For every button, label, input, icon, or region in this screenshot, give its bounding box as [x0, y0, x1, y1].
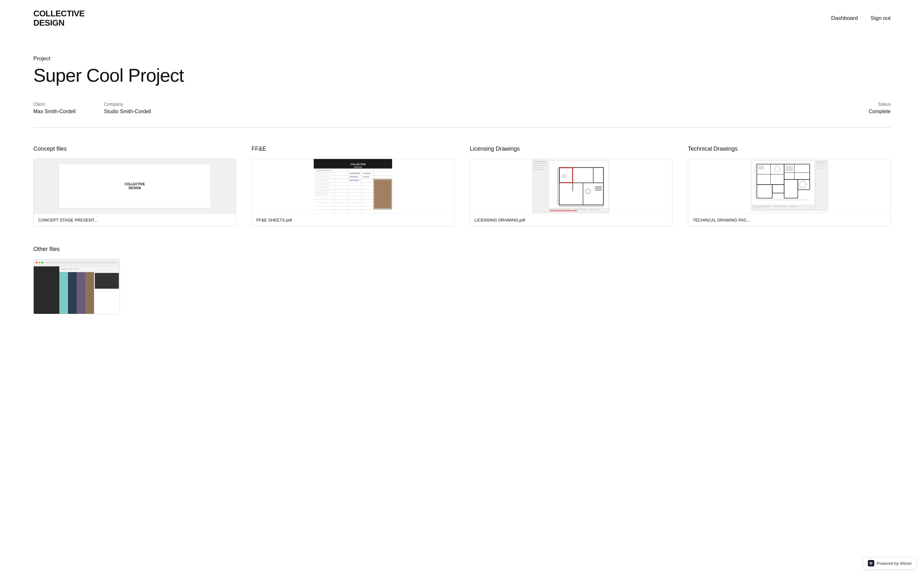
dot-red	[36, 261, 37, 263]
logo: COLLECTIVE DESIGN	[33, 9, 85, 27]
svg-rect-53	[595, 186, 602, 187]
technical-file-name: TECHINCAL DRAWING PAC...	[688, 213, 890, 226]
svg-rect-55	[595, 190, 602, 191]
svg-text:COLLECTIVE: COLLECTIVE	[351, 163, 365, 166]
ffe-title: FF&E	[252, 145, 454, 152]
concept-files-title: Concept files	[33, 145, 236, 152]
meta-row: Client Max Smith-Cordell Company Studio …	[33, 102, 891, 114]
ffe-section: FF&E COLLECTIVE DESIGN	[252, 145, 454, 227]
licensing-thumbnail	[470, 159, 672, 213]
main-content: Project Super Cool Project Client Max Sm…	[0, 36, 924, 340]
other-body	[34, 266, 120, 314]
other-files-title: Other files	[33, 246, 891, 253]
svg-rect-21	[375, 180, 391, 208]
client-value: Max Smith-Cordell	[33, 109, 104, 114]
project-title: Super Cool Project	[33, 65, 891, 85]
svg-rect-66	[816, 165, 825, 166]
svg-rect-40	[533, 167, 543, 168]
technical-thumbnail	[688, 159, 890, 213]
svg-rect-30	[349, 173, 360, 174]
concept-files-section: Concept files COLLECTIVEDESIGN CONCEPT S…	[33, 145, 236, 227]
svg-rect-26	[315, 183, 330, 184]
dot-green	[41, 261, 43, 263]
svg-rect-67	[816, 167, 824, 167]
svg-rect-57	[549, 209, 570, 210]
other-sidebar	[34, 266, 59, 314]
company-label: Company	[104, 102, 174, 107]
file-sections: Concept files COLLECTIVEDESIGN CONCEPT S…	[33, 145, 891, 227]
meta-client: Client Max Smith-Cordell	[33, 102, 104, 114]
svg-rect-73	[753, 207, 766, 208]
concept-file-card[interactable]: COLLECTIVEDESIGN CONCEPT STAGE PRESENT..…	[33, 159, 236, 227]
technical-title: Technical Drawings	[688, 145, 891, 152]
svg-rect-17	[348, 169, 348, 213]
signout-link[interactable]: Sign out	[871, 15, 891, 21]
concept-file-name: CONCEPT STAGE PRESENT...	[34, 213, 236, 226]
svg-rect-65	[816, 163, 825, 164]
dot-yellow	[39, 261, 40, 263]
concept-thumbnail: COLLECTIVEDESIGN	[34, 159, 236, 213]
divider	[33, 127, 891, 127]
technical-section: Technical Drawings	[688, 145, 891, 227]
other-content	[59, 266, 120, 314]
ffe-file-card[interactable]: COLLECTIVE DESIGN	[252, 159, 454, 227]
svg-rect-70	[753, 206, 770, 207]
status-value: Complete	[820, 109, 891, 114]
svg-rect-25	[315, 180, 327, 181]
svg-rect-34	[363, 176, 369, 177]
other-files-section: Other files	[33, 246, 891, 314]
other-topbar	[34, 259, 120, 266]
svg-rect-39	[533, 165, 546, 166]
meta-status: Status Complete	[820, 102, 891, 114]
header: COLLECTIVE DESIGN Dashboard Sign out	[0, 0, 924, 36]
svg-rect-68	[816, 169, 825, 169]
svg-rect-87	[786, 166, 792, 171]
svg-rect-18	[362, 169, 362, 213]
svg-rect-29	[315, 193, 328, 195]
company-value: Studio Smith-Cordell	[104, 109, 174, 114]
svg-rect-5	[314, 175, 392, 176]
svg-rect-38	[533, 163, 545, 164]
svg-rect-64	[816, 161, 826, 162]
other-file-card[interactable]	[33, 259, 120, 314]
svg-rect-71	[774, 206, 786, 207]
client-label: Client	[33, 102, 104, 107]
svg-text:DESIGN: DESIGN	[354, 166, 362, 168]
svg-rect-37	[533, 161, 546, 162]
svg-rect-59	[589, 209, 599, 210]
other-inner	[34, 259, 120, 314]
svg-rect-32	[349, 180, 359, 181]
licensing-title: Licensing Drawings	[470, 145, 672, 152]
concept-logo: COLLECTIVEDESIGN	[124, 182, 145, 190]
svg-rect-54	[595, 188, 602, 189]
other-thumbnail	[34, 259, 120, 314]
svg-rect-63	[816, 161, 827, 210]
color-navy	[68, 272, 77, 314]
powered-badge: W Powered by Wized	[863, 557, 916, 569]
svg-rect-60	[549, 210, 577, 211]
svg-rect-72	[789, 206, 798, 207]
licensing-section: Licensing Drawings	[470, 145, 672, 227]
svg-rect-3	[314, 169, 392, 169]
dashboard-link[interactable]: Dashboard	[831, 15, 858, 21]
svg-rect-23	[315, 173, 329, 174]
color-row	[59, 272, 120, 314]
other-file-section	[33, 259, 120, 314]
meta-company: Company Studio Smith-Cordell	[104, 102, 174, 114]
technical-file-card[interactable]: TECHINCAL DRAWING PAC...	[688, 159, 891, 227]
svg-rect-28	[315, 190, 330, 191]
ffe-file-name: FF&E SHEETS.pdf	[252, 213, 454, 226]
svg-rect-24	[315, 176, 331, 177]
svg-rect-33	[363, 173, 371, 174]
ffe-thumbnail: COLLECTIVE DESIGN	[252, 159, 454, 213]
svg-rect-31	[349, 176, 358, 177]
svg-rect-22	[315, 169, 333, 171]
project-label: Project	[33, 55, 891, 62]
svg-rect-27	[315, 187, 328, 188]
svg-rect-86	[758, 166, 764, 169]
other-files-grid	[33, 259, 891, 314]
powered-label: Powered by Wized	[877, 561, 911, 566]
color-purple	[77, 272, 86, 314]
licensing-file-card[interactable]: LICENSING DRAWING.pdf	[470, 159, 672, 227]
svg-rect-4	[314, 172, 392, 172]
